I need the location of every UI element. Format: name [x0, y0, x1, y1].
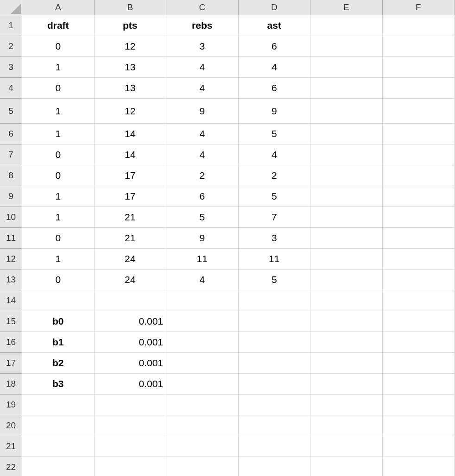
cell-a18[interactable]: b3 — [22, 374, 95, 395]
cell-c14[interactable] — [166, 290, 239, 311]
cell-e15[interactable] — [310, 311, 383, 332]
cell-c22[interactable] — [166, 457, 239, 476]
cell-b16[interactable]: 0.001 — [95, 332, 167, 353]
cell-d4[interactable]: 6 — [239, 78, 311, 99]
cell-e3[interactable] — [310, 57, 383, 78]
cell-c8[interactable]: 2 — [166, 165, 239, 186]
cell-d5[interactable]: 9 — [239, 99, 311, 124]
row-header-15[interactable]: 15 — [0, 311, 22, 332]
cell-f1[interactable] — [383, 15, 455, 36]
cell-c21[interactable] — [166, 436, 239, 457]
cell-e21[interactable] — [310, 436, 383, 457]
cell-f8[interactable] — [383, 165, 455, 186]
row-header-8[interactable]: 8 — [0, 165, 22, 186]
cell-c9[interactable]: 6 — [166, 186, 239, 207]
cell-f11[interactable] — [383, 228, 455, 249]
column-header-c[interactable]: C — [166, 0, 239, 15]
column-header-b[interactable]: B — [95, 0, 167, 15]
cell-d12[interactable]: 11 — [239, 249, 311, 269]
cell-c16[interactable] — [166, 332, 239, 353]
cell-a12[interactable]: 1 — [22, 249, 95, 269]
cell-d14[interactable] — [239, 290, 311, 311]
cell-c6[interactable]: 4 — [166, 124, 239, 144]
cell-f16[interactable] — [383, 332, 455, 353]
cell-e20[interactable] — [310, 415, 383, 436]
cell-b22[interactable] — [95, 457, 167, 476]
cell-f6[interactable] — [383, 124, 455, 144]
cell-a15[interactable]: b0 — [22, 311, 95, 332]
cell-f12[interactable] — [383, 249, 455, 269]
cell-c19[interactable] — [166, 395, 239, 415]
cell-c7[interactable]: 4 — [166, 144, 239, 165]
cell-c20[interactable] — [166, 415, 239, 436]
row-header-14[interactable]: 14 — [0, 290, 22, 311]
cell-c1[interactable]: rebs — [166, 15, 239, 36]
cell-d22[interactable] — [239, 457, 311, 476]
row-header-13[interactable]: 13 — [0, 269, 22, 290]
cell-a8[interactable]: 0 — [22, 165, 95, 186]
cell-b9[interactable]: 17 — [95, 186, 167, 207]
cell-f9[interactable] — [383, 186, 455, 207]
cell-c12[interactable]: 11 — [166, 249, 239, 269]
cell-f17[interactable] — [383, 353, 455, 374]
cell-d18[interactable] — [239, 374, 311, 395]
cell-f19[interactable] — [383, 395, 455, 415]
cell-f10[interactable] — [383, 207, 455, 228]
cell-e5[interactable] — [310, 99, 383, 124]
row-header-16[interactable]: 16 — [0, 332, 22, 353]
cell-a1[interactable]: draft — [22, 15, 95, 36]
cell-a4[interactable]: 0 — [22, 78, 95, 99]
cell-b6[interactable]: 14 — [95, 124, 167, 144]
cell-c2[interactable]: 3 — [166, 36, 239, 57]
cell-e22[interactable] — [310, 457, 383, 476]
cell-d8[interactable]: 2 — [239, 165, 311, 186]
cell-b17[interactable]: 0.001 — [95, 353, 167, 374]
cell-a3[interactable]: 1 — [22, 57, 95, 78]
cell-d1[interactable]: ast — [239, 15, 311, 36]
cell-b21[interactable] — [95, 436, 167, 457]
row-header-19[interactable]: 19 — [0, 395, 22, 415]
row-header-1[interactable]: 1 — [0, 15, 22, 36]
cell-c10[interactable]: 5 — [166, 207, 239, 228]
cell-d19[interactable] — [239, 395, 311, 415]
cell-e13[interactable] — [310, 269, 383, 290]
cell-c11[interactable]: 9 — [166, 228, 239, 249]
row-header-4[interactable]: 4 — [0, 78, 22, 99]
cell-d9[interactable]: 5 — [239, 186, 311, 207]
cell-d16[interactable] — [239, 332, 311, 353]
row-header-18[interactable]: 18 — [0, 374, 22, 395]
cell-b13[interactable]: 24 — [95, 269, 167, 290]
row-header-10[interactable]: 10 — [0, 207, 22, 228]
row-header-12[interactable]: 12 — [0, 249, 22, 269]
select-all-corner[interactable] — [0, 0, 22, 15]
cell-a13[interactable]: 0 — [22, 269, 95, 290]
cell-d10[interactable]: 7 — [239, 207, 311, 228]
cell-d7[interactable]: 4 — [239, 144, 311, 165]
cell-a7[interactable]: 0 — [22, 144, 95, 165]
cell-e12[interactable] — [310, 249, 383, 269]
cell-f13[interactable] — [383, 269, 455, 290]
row-header-21[interactable]: 21 — [0, 436, 22, 457]
cell-d13[interactable]: 5 — [239, 269, 311, 290]
row-header-3[interactable]: 3 — [0, 57, 22, 78]
cell-c15[interactable] — [166, 311, 239, 332]
cell-c5[interactable]: 9 — [166, 99, 239, 124]
cell-a17[interactable]: b2 — [22, 353, 95, 374]
row-header-9[interactable]: 9 — [0, 186, 22, 207]
cell-b5[interactable]: 12 — [95, 99, 167, 124]
cell-e2[interactable] — [310, 36, 383, 57]
cell-a5[interactable]: 1 — [22, 99, 95, 124]
cell-b1[interactable]: pts — [95, 15, 167, 36]
cell-b18[interactable]: 0.001 — [95, 374, 167, 395]
cell-d3[interactable]: 4 — [239, 57, 311, 78]
cell-a21[interactable] — [22, 436, 95, 457]
cell-e7[interactable] — [310, 144, 383, 165]
cell-e11[interactable] — [310, 228, 383, 249]
cell-d15[interactable] — [239, 311, 311, 332]
cell-d6[interactable]: 5 — [239, 124, 311, 144]
cell-b4[interactable]: 13 — [95, 78, 167, 99]
cell-b20[interactable] — [95, 415, 167, 436]
cell-e19[interactable] — [310, 395, 383, 415]
cell-f15[interactable] — [383, 311, 455, 332]
cell-a14[interactable] — [22, 290, 95, 311]
